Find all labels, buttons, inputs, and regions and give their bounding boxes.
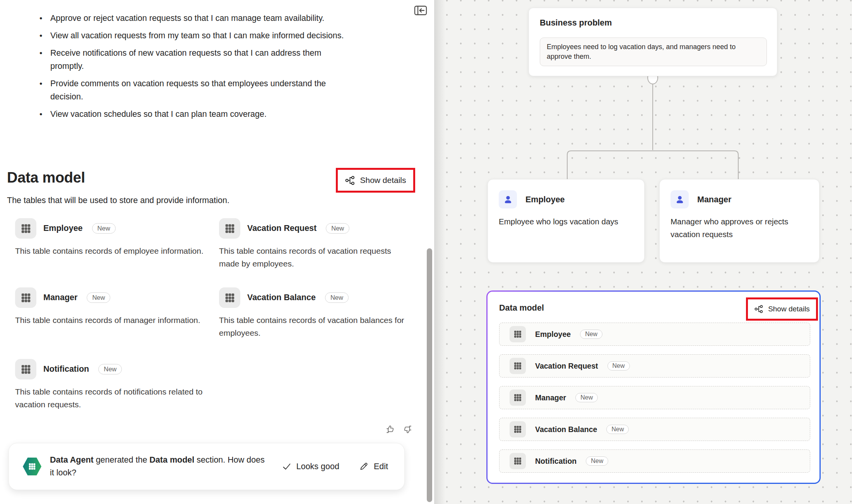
table-icon (15, 218, 36, 239)
user-story-item: Provide comments on vacation requests so… (39, 77, 348, 103)
table-name: Notification (535, 457, 577, 466)
new-badge: New (575, 393, 598, 402)
looks-good-button[interactable]: Looks good (282, 462, 339, 472)
table-name: Notification (43, 364, 89, 374)
table-icon (510, 390, 526, 406)
table-icon (510, 326, 526, 342)
employee-role-card[interactable]: Employee Employee who logs vacation days (488, 179, 645, 263)
table-card-notification: Notification New This table contains rec… (15, 359, 232, 411)
diagram-canvas[interactable]: Business problem Employees need to log v… (434, 0, 852, 504)
document-panel: Approve or reject vacation requests so t… (0, 0, 434, 504)
person-icon (671, 190, 689, 208)
business-problem-title: Business problem (540, 18, 612, 28)
role-name: Manager (697, 195, 731, 205)
panel-collapse-left-icon (414, 5, 427, 15)
manager-role-card[interactable]: Manager Manager who approves or rejects … (659, 179, 819, 263)
show-details-label: Show details (768, 305, 810, 313)
table-icon (15, 359, 36, 379)
data-model-table-list: Employee New Vacation Request New (499, 323, 810, 481)
edit-button[interactable]: Edit (359, 462, 388, 472)
table-icon (219, 287, 240, 308)
table-card-vacation-balance: Vacation Balance New This table contains… (219, 287, 430, 339)
table-name: Employee (535, 330, 571, 339)
table-name: Vacation Balance (535, 425, 597, 434)
data-agent-icon (23, 457, 41, 476)
user-story-item: Approve or reject vacation requests so t… (39, 12, 348, 25)
table-name: Vacation Request (535, 362, 598, 371)
business-problem-text: Employees need to log vacation days, and… (540, 38, 767, 66)
data-agent-banner: Data Agent generated the Data model sect… (9, 443, 405, 490)
table-name: Vacation Request (247, 224, 317, 233)
data-model-subtitle: The tables that will be used to store an… (7, 196, 229, 205)
collapse-panel-button[interactable] (414, 5, 427, 15)
table-icon (219, 218, 240, 239)
agent-message: Data Agent generated the Data model sect… (50, 454, 267, 479)
role-description: Manager who approves or rejects vacation… (671, 215, 802, 241)
feedback-controls (385, 423, 415, 436)
person-icon (499, 190, 517, 208)
show-details-highlight: Show details (746, 297, 818, 321)
agent-name: Data Agent (50, 455, 94, 465)
table-card-manager: Manager New This table contains records … (15, 287, 232, 326)
table-name: Manager (43, 293, 77, 302)
thumbs-up-icon[interactable] (385, 423, 398, 436)
show-details-button[interactable]: Show details (754, 304, 810, 314)
table-icon (510, 358, 526, 374)
table-name: Vacation Balance (247, 293, 316, 302)
new-badge: New (92, 223, 116, 234)
checkmark-icon (282, 462, 291, 471)
section-name: Data model (149, 455, 194, 465)
new-badge: New (98, 364, 122, 374)
user-story-item: View all vacation requests from my team … (39, 29, 348, 42)
data-model-node-card[interactable]: Data model Show details (486, 290, 821, 484)
looks-good-label: Looks good (296, 462, 339, 472)
table-description: This table contains records of vacation … (219, 244, 411, 270)
table-row-notification[interactable]: Notification New (499, 449, 810, 473)
table-row-vacation-request[interactable]: Vacation Request New (499, 354, 810, 378)
table-row-vacation-balance[interactable]: Vacation Balance New (499, 418, 810, 441)
new-badge: New (606, 425, 629, 434)
pencil-icon (359, 462, 369, 471)
table-row-manager[interactable]: Manager New (499, 386, 810, 409)
show-details-highlight: Show details (336, 168, 415, 193)
table-name: Manager (535, 393, 566, 402)
user-stories-list: Approve or reject vacation requests so t… (39, 12, 348, 125)
user-story-item: Receive notifications of new vacation re… (39, 46, 348, 73)
edit-label: Edit (374, 462, 388, 472)
vertical-scrollbar[interactable] (427, 248, 432, 502)
thumbs-down-icon[interactable] (402, 423, 415, 436)
table-description: This table contains records of notificat… (15, 385, 232, 411)
table-card-employee: Employee New This table contains records… (15, 218, 232, 257)
role-name: Employee (525, 195, 565, 205)
new-badge: New (326, 223, 349, 234)
data-model-section-title: Data model (7, 169, 85, 186)
new-badge: New (607, 361, 630, 371)
table-name: Employee (43, 224, 83, 233)
new-badge: New (325, 292, 349, 303)
flowchart-icon (754, 304, 763, 314)
user-story-item: View vacation schedules so that I can pl… (39, 108, 348, 121)
new-badge: New (580, 330, 602, 339)
role-description: Employee who logs vacation days (499, 215, 618, 228)
table-icon (510, 421, 526, 437)
table-icon (15, 287, 36, 308)
new-badge: New (87, 292, 110, 303)
data-model-card-title: Data model (499, 303, 544, 313)
table-icon (510, 453, 526, 469)
table-card-vacation-request: Vacation Request New This table contains… (219, 218, 411, 270)
show-details-label: Show details (360, 176, 406, 185)
table-description: This table contains records of employee … (15, 244, 232, 257)
show-details-button[interactable]: Show details (345, 175, 406, 186)
table-description: This table contains records of vacation … (219, 314, 430, 339)
business-problem-card[interactable]: Business problem Employees need to log v… (529, 8, 777, 76)
table-row-employee[interactable]: Employee New (499, 323, 810, 346)
flowchart-icon (345, 175, 355, 186)
new-badge: New (586, 456, 608, 466)
table-description: This table contains records of manager i… (15, 314, 232, 326)
